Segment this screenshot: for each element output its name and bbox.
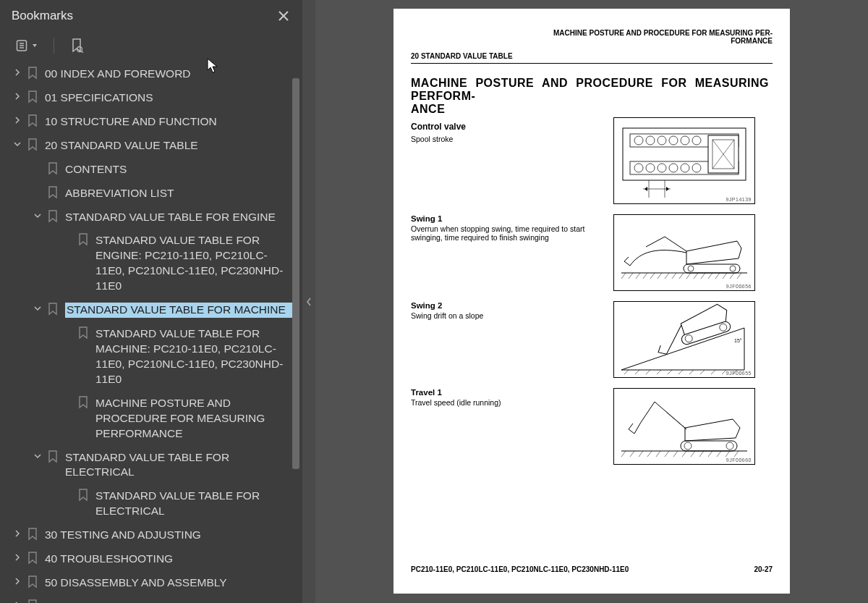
bookmark-label: MACHINE POSTURE AND PROCEDURE FOR MEASUR… xyxy=(95,396,297,442)
expand-arrow-icon[interactable] xyxy=(10,530,25,537)
svg-line-32 xyxy=(643,273,647,279)
bookmark-item[interactable]: STANDARD VALUE TABLE FOR MACHINE: PC210-… xyxy=(4,322,297,392)
svg-line-5 xyxy=(82,51,84,54)
svg-point-80 xyxy=(684,442,692,450)
bookmark-item[interactable]: ABBREVIATION LIST xyxy=(4,182,297,206)
svg-point-13 xyxy=(681,136,689,145)
svg-line-66 xyxy=(630,451,634,457)
bookmark-icon xyxy=(25,138,41,151)
figure-control-valve: 9JP14139 xyxy=(613,117,755,204)
bookmark-item[interactable]: 01 SPECIFICATIONS xyxy=(4,86,297,110)
bookmark-label: STANDARD VALUE TABLE FOR ELECTRICAL xyxy=(65,450,297,481)
bookmark-label: CONTENTS xyxy=(65,162,297,177)
figure-2-label: 9JF00656 xyxy=(726,284,752,289)
bookmark-item[interactable]: 10 STRUCTURE AND FUNCTION xyxy=(4,110,297,134)
svg-point-14 xyxy=(692,136,701,145)
bookmark-item[interactable]: 40 TROUBLESHOOTING xyxy=(4,547,297,571)
expand-arrow-icon[interactable] xyxy=(10,117,25,124)
svg-line-50 xyxy=(635,370,639,374)
scrollbar-thumb[interactable] xyxy=(292,78,299,469)
expand-arrow-icon[interactable] xyxy=(30,305,45,312)
expand-arrow-icon[interactable] xyxy=(10,578,25,585)
svg-point-19 xyxy=(681,164,689,172)
bookmark-item[interactable]: 50 DISASSEMBLY AND ASSEMBLY xyxy=(4,571,297,595)
svg-line-30 xyxy=(629,273,633,279)
page-header-right: MACHINE POSTURE AND PROCEDURE FOR MEASUR… xyxy=(411,29,773,45)
svg-line-44 xyxy=(730,273,734,279)
pane-collapse-handle[interactable] xyxy=(302,0,315,603)
bookmark-label: 60 MAINTENANCE STANDARD xyxy=(45,599,297,603)
bookmark-icon xyxy=(45,450,61,463)
svg-line-54 xyxy=(678,370,683,374)
svg-line-51 xyxy=(646,370,650,374)
svg-line-78 xyxy=(734,451,739,457)
bookmark-icon xyxy=(25,114,41,127)
svg-line-57 xyxy=(711,370,715,374)
bookmark-item[interactable]: 00 INDEX AND FOREWORD xyxy=(4,62,297,86)
bookmark-item[interactable]: 30 TESTING AND ADJUSTING xyxy=(4,523,297,547)
svg-line-76 xyxy=(717,451,721,457)
section-3-heading: Swing 2 xyxy=(411,301,606,310)
page-footer: PC210-11E0, PC210LC-11E0, PC210NLC-11E0,… xyxy=(411,565,773,573)
sidebar-toolbar xyxy=(0,32,302,62)
bookmark-item[interactable]: 20 STANDARD VALUE TABLE xyxy=(4,134,297,158)
toolbar-divider xyxy=(54,38,54,54)
bookmarks-sidebar: Bookmarks 00 INDEX AND FOREWORD01 SPECIF… xyxy=(0,0,302,603)
svg-point-62 xyxy=(718,323,728,332)
page-header-left: 20 STANDARD VALUE TABLE xyxy=(411,52,773,60)
bookmark-item[interactable]: 60 MAINTENANCE STANDARD xyxy=(4,595,297,603)
section-2-text: Overrun when stopping swing, time requir… xyxy=(411,224,606,242)
svg-line-56 xyxy=(700,370,705,374)
svg-point-9 xyxy=(634,136,643,145)
svg-line-45 xyxy=(737,273,741,279)
expand-arrow-icon[interactable] xyxy=(30,212,45,219)
expand-arrow-icon[interactable] xyxy=(10,140,25,148)
close-icon[interactable] xyxy=(273,6,294,26)
bookmark-item[interactable]: STANDARD VALUE TABLE FOR ENGINE: PC210-1… xyxy=(4,229,297,298)
svg-line-72 xyxy=(682,451,686,457)
bookmark-icon xyxy=(45,210,61,223)
svg-line-34 xyxy=(658,273,662,279)
svg-line-74 xyxy=(699,451,704,457)
bookmark-item[interactable]: STANDARD VALUE TABLE FOR MACHINE xyxy=(4,298,297,322)
svg-line-53 xyxy=(668,370,672,374)
svg-point-12 xyxy=(669,136,678,145)
bookmark-tool-icon[interactable] xyxy=(70,38,83,53)
bookmark-item[interactable]: STANDARD VALUE TABLE FOR ENGINE xyxy=(4,206,297,229)
svg-line-29 xyxy=(621,273,626,279)
figure-4-label: 9JF00660 xyxy=(726,457,752,463)
page-title: MACHINE POSTURE AND PROCEDURE FOR MEASUR… xyxy=(411,77,773,116)
svg-point-47 xyxy=(688,266,694,271)
bookmark-item[interactable]: MACHINE POSTURE AND PROCEDURE FOR MEASUR… xyxy=(4,392,297,446)
bookmark-item[interactable]: STANDARD VALUE TABLE FOR ELECTRICAL xyxy=(4,446,297,485)
svg-line-36 xyxy=(672,273,676,279)
bookmark-tree[interactable]: 00 INDEX AND FOREWORD01 SPECIFICATIONS10… xyxy=(0,62,302,603)
svg-point-18 xyxy=(669,164,678,172)
bookmark-icon xyxy=(25,90,41,104)
svg-line-75 xyxy=(708,451,712,457)
expand-arrow-icon[interactable] xyxy=(10,69,25,76)
bookmark-label: STANDARD VALUE TABLE FOR MACHINE xyxy=(65,303,297,318)
expand-arrow-icon[interactable] xyxy=(10,93,25,100)
section-2-heading: Swing 1 xyxy=(411,214,606,223)
expand-arrow-icon[interactable] xyxy=(30,452,45,460)
bookmark-item[interactable]: CONTENTS xyxy=(4,158,297,182)
svg-point-17 xyxy=(658,164,666,172)
bookmark-item[interactable]: STANDARD VALUE TABLE FOR ELECTRICAL xyxy=(4,484,297,523)
svg-point-48 xyxy=(730,266,736,271)
svg-rect-60 xyxy=(681,320,732,345)
bookmark-icon xyxy=(45,303,61,316)
document-viewport[interactable]: MACHINE POSTURE AND PROCEDURE FOR MEASUR… xyxy=(315,0,868,603)
bookmark-icon xyxy=(75,396,91,409)
svg-line-71 xyxy=(673,451,678,457)
options-icon[interactable] xyxy=(16,38,38,53)
section-1-heading: Control valve xyxy=(411,122,606,132)
svg-line-70 xyxy=(665,451,669,457)
bookmark-label: STANDARD VALUE TABLE FOR ELECTRICAL xyxy=(95,489,297,519)
sidebar-scrollbar[interactable] xyxy=(292,78,299,484)
svg-line-68 xyxy=(647,451,652,457)
expand-arrow-icon[interactable] xyxy=(10,554,25,561)
svg-line-37 xyxy=(679,273,684,279)
svg-point-16 xyxy=(646,164,655,172)
svg-line-73 xyxy=(691,451,695,457)
